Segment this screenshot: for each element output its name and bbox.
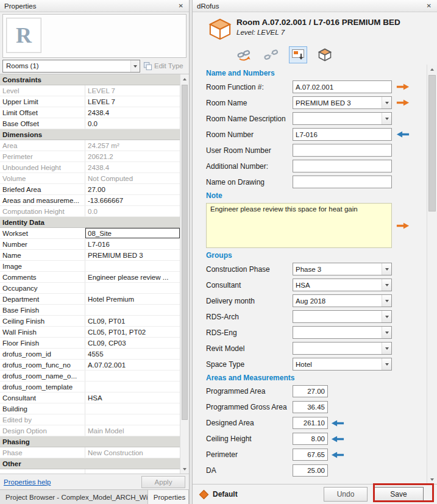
property-value-volume[interactable]: Not Computed — [85, 173, 180, 183]
field-label: Delivery month — [206, 297, 293, 305]
property-label: Level — [0, 85, 85, 96]
property-value-computation-height[interactable]: 0.0 — [85, 206, 180, 216]
property-section-header-identity-data[interactable]: Identity Data — [0, 217, 180, 228]
property-label: Occupancy — [0, 283, 85, 293]
push-to-drofus-icon — [291, 48, 305, 62]
scroll-up-button[interactable] — [427, 65, 437, 74]
property-value-upper-limit[interactable]: LEVEL 7 — [85, 96, 180, 107]
section-note: Note — [206, 191, 427, 200]
rds-eng-combo[interactable] — [293, 326, 392, 339]
property-section-header-other[interactable]: Other — [0, 458, 180, 469]
property-value-edited-by[interactable] — [85, 414, 180, 425]
designed-area-input[interactable]: 261.10 — [293, 417, 328, 429]
construction-phase-combo[interactable]: Phase 3 — [293, 263, 392, 275]
property-value-building[interactable] — [85, 403, 180, 414]
push-to-drofus-button[interactable] — [289, 46, 307, 63]
rds-arch-combo[interactable] — [293, 310, 392, 323]
chevron-down-icon — [382, 327, 391, 338]
scroll-thumb[interactable] — [182, 85, 188, 420]
property-value-unbounded-height[interactable]: 2438.4 — [85, 162, 180, 172]
scroll-up-button[interactable] — [180, 74, 189, 83]
scroll-down-button[interactable] — [180, 464, 189, 474]
user-room-number-input[interactable] — [293, 144, 392, 157]
additional-number-input[interactable] — [293, 160, 392, 172]
perimeter-input[interactable]: 67.65 — [293, 449, 328, 461]
property-value-areas-and-measureme[interactable]: -13.666667 — [85, 195, 180, 205]
area-row-da: DA25.00 — [206, 464, 427, 477]
property-value-phase[interactable]: New Construction — [85, 447, 180, 458]
property-value-limit-offset[interactable]: 2438.4 — [85, 107, 180, 118]
property-value-perimeter[interactable]: 20621.2 — [85, 151, 180, 161]
room-name-description-combo[interactable] — [293, 112, 392, 125]
combo-value: HSA — [296, 282, 382, 289]
programmed-area-input[interactable]: 27.00 — [293, 385, 328, 397]
room-number-input[interactable]: L7-016 — [293, 128, 392, 141]
property-value-drofus-room-name-o[interactable] — [85, 371, 180, 381]
property-value-department[interactable]: Hotel Premium — [85, 294, 180, 304]
undo-button[interactable]: Undo — [324, 487, 368, 502]
space-type-combo[interactable]: Hotel — [293, 358, 392, 371]
sync-links-button[interactable] — [235, 46, 254, 63]
property-value-floor-finish[interactable]: CL09, CP03 — [85, 338, 180, 348]
delivery-month-combo[interactable]: Aug 2018 — [293, 294, 392, 307]
ceiling-height-input[interactable]: 8.00 — [293, 433, 328, 445]
property-value-area[interactable]: 24.257 m² — [85, 140, 180, 151]
property-value-image[interactable] — [85, 261, 180, 271]
field-row-room-name-description: Room Name Description — [206, 112, 427, 125]
family-thumbnail: R — [6, 18, 41, 53]
groups-fields: Construction PhasePhase 3ConsultantHSADe… — [206, 263, 427, 371]
tab-properties[interactable]: Properties — [148, 490, 189, 504]
properties-scrollbar[interactable] — [180, 74, 189, 474]
property-value-drofus-room-template[interactable] — [85, 382, 180, 392]
consultant-combo[interactable]: HSA — [293, 279, 392, 291]
property-section-header-dimensions[interactable]: Dimensions — [0, 129, 180, 140]
scroll-thumb[interactable] — [428, 75, 436, 211]
property-value-occupancy[interactable] — [85, 283, 180, 293]
property-value-ceiling-finish[interactable]: CL09, PT01 — [85, 316, 180, 326]
room-header: Room A.07.02.001 / L7-016 PREMIUM BED Le… — [193, 12, 437, 45]
properties-help-link[interactable]: Properties help — [4, 478, 51, 486]
scroll-track[interactable] — [180, 83, 189, 464]
close-icon[interactable]: ✕ — [177, 2, 185, 9]
property-value-blank[interactable] — [85, 469, 180, 474]
apply-button[interactable]: Apply — [141, 476, 185, 488]
field-label: Room Number — [206, 130, 293, 139]
property-value-base-offset[interactable]: 0.0 — [85, 118, 180, 129]
programmed-gross-area-input[interactable]: 36.45 — [293, 401, 328, 413]
open-in-drofus-button[interactable] — [316, 46, 334, 63]
property-value-level[interactable]: LEVEL 7 — [85, 85, 180, 96]
property-value-name[interactable]: PREMIUM BED 3 — [85, 250, 180, 260]
break-link-button[interactable] — [262, 46, 280, 63]
property-value-briefed-area[interactable]: 27.00 — [85, 184, 180, 194]
property-value-workset[interactable]: 08_Site — [85, 228, 180, 238]
property-section-header-phasing[interactable]: Phasing — [0, 436, 180, 447]
property-value-consultant[interactable]: HSA — [85, 392, 180, 403]
tab-project-browser[interactable]: Project Browser - Complex_Model_ARCH_Wi.… — [0, 490, 148, 504]
property-section-header-constraints[interactable]: Constraints — [0, 74, 180, 85]
room-function-input[interactable]: A.07.02.001 — [293, 80, 392, 93]
property-value-design-option[interactable]: Main Model — [85, 425, 180, 436]
property-value-drofus-room-id[interactable]: 4555 — [85, 349, 180, 359]
revit-model-combo[interactable] — [293, 342, 392, 355]
scroll-down-button[interactable] — [427, 475, 437, 484]
type-selector-dropdown[interactable]: Rooms (1) — [2, 60, 140, 73]
drofus-scrollbar[interactable] — [427, 65, 437, 484]
drofus-toolbar — [193, 45, 437, 65]
note-arrow-slot — [392, 222, 414, 230]
note-input[interactable]: Engineer please review this space for he… — [206, 203, 392, 248]
da-input[interactable]: 25.00 — [293, 464, 328, 477]
property-row-briefed-area: Briefed Area27.00 — [0, 184, 180, 195]
room-name-combo[interactable]: PREMIUM BED 3 — [293, 96, 392, 109]
name-on-drawing-input[interactable] — [293, 176, 392, 188]
property-label: Workset — [0, 228, 85, 238]
scroll-track[interactable] — [427, 74, 437, 475]
property-value-base-finish[interactable] — [85, 305, 180, 315]
close-icon[interactable]: ✕ — [425, 2, 433, 9]
property-value-comments[interactable]: Engineer please review ... — [85, 272, 180, 282]
chevron-down-icon — [382, 279, 391, 291]
property-value-number[interactable]: L7-016 — [85, 239, 180, 249]
property-value-wall-finish[interactable]: CL05, PT01, PT02 — [85, 327, 180, 337]
property-value-drofus-room-func-no[interactable]: A.07.02.001 — [85, 360, 180, 370]
save-button[interactable]: Save — [374, 487, 424, 502]
edit-type-button[interactable]: Edit Type — [143, 62, 183, 71]
